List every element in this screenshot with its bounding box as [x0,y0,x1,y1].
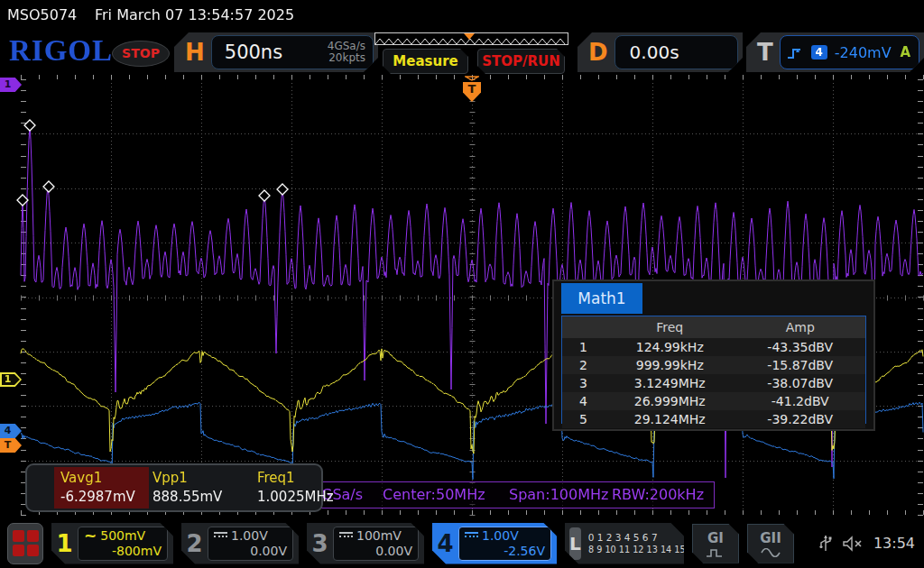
ch2-offset: 0.00V [250,544,287,559]
acquisition-info: 4GSa/s 20kpts [328,41,373,64]
peak-row: 33.1249MHz-38.07dBV [562,374,865,392]
dc-coupling-icon [339,532,353,539]
ch4-offset: -2.56V [504,544,545,559]
timebase-value: 500ns [225,41,282,63]
preview-trigger-marker-icon[interactable] [464,33,475,40]
peak-row: 426.999MHz-41.2dBV [562,392,865,410]
math1-peak-table-popup: Math1 Freq Amp 1124.99kHz-43.35dBV 2999.… [552,279,875,431]
ch3-scale: 100mV [356,528,402,544]
ch1-number: 1 [51,530,78,557]
datetime-text: Fri March 07 13:54:57 2025 [95,6,294,23]
trigger-level-value: -240mV [835,44,892,61]
col-amp: Amp [735,316,865,338]
peak-row: 529.124MHz-39.22dBV [562,410,865,428]
ch2-scale: 1.00V [231,528,268,544]
logic-channels-block[interactable]: L 0 1 2 3 4 5 6 7 8 9 10 11 12 13 14 15 [565,523,684,564]
measurement-popup: Vavg1 -6.2987mV Vpp1 888.55mV Freq1 1.00… [25,463,323,512]
measure-button[interactable]: Measure [383,49,468,74]
trigger-settings-group[interactable]: T 4 -240mV A [746,32,924,72]
delay-label: D [588,39,608,66]
fft-rbw: RBW:200kHz [612,486,704,503]
trigger-box[interactable]: 4 -240mV A [780,35,919,69]
logic-label: L [569,527,581,560]
trigger-source-badge: 4 [811,45,827,60]
channel-4-block[interactable]: 4 1.00V -2.56V [432,523,557,564]
waveform-preview-strip[interactable] [374,32,568,45]
col-freq: Freq [605,316,735,338]
menu-button[interactable] [7,523,43,564]
logic-row-1: 0 1 2 3 4 5 6 7 [588,532,694,544]
timebase-box[interactable]: 500ns 4GSa/s 20kpts [211,35,374,69]
peak-row: 1124.99kHz-43.35dBV [562,338,865,356]
math1-tab[interactable]: Math1 [561,283,642,314]
run-state-badge[interactable]: STOP [112,41,170,67]
model-name: MSO5074 [7,6,77,23]
sine-wave-icon [761,548,781,557]
channel-2-block[interactable]: 2 1.00V 0.00V [181,523,299,564]
channel-1-block[interactable]: 1 ~ 500mV -800mV [51,523,173,564]
delay-value: 0.00s [630,41,679,63]
measurement-vpp1[interactable]: Vpp1 888.55mV [146,467,239,508]
delay-box[interactable]: 0.00s [614,35,738,69]
measurement-vavg1[interactable]: Vavg1 -6.2987mV [54,467,149,508]
speaker-muted-icon [842,536,864,552]
usb-icon [819,535,832,553]
measurement-freq1[interactable]: Freq1 1.0025MHz [251,467,329,508]
oscilloscope-screen: MSO5074 Fri March 07 13:54:57 2025 RIGOL… [0,0,924,568]
ac-coupling-icon: ~ [84,531,97,540]
bottom-status-bar: 1 ~ 500mV -800mV 2 1.00V 0.00V 3 [0,518,924,568]
top-info-bar: MSO5074 Fri March 07 13:54:57 2025 [0,0,924,27]
peak-table: Freq Amp 1124.99kHz-43.35dBV 2999.99kHz-… [561,316,866,424]
peak-row: 2999.99kHz-15.87dBV [562,356,865,374]
fft-span: Span:100MHz [509,486,608,503]
ch2-number: 2 [181,530,208,557]
ch4-number: 4 [432,530,458,557]
rigol-logo: RIGOL [9,36,113,66]
trigger-mode: A [900,44,910,60]
trigger-position-outline-icon [465,76,479,81]
memory-depth: 20kpts [328,52,365,64]
ch1-scale: 500mV [100,528,145,544]
dc-coupling-icon [465,532,478,539]
generator-2-button[interactable]: GII [747,524,794,563]
square-wave-icon [706,548,725,557]
channel-3-block[interactable]: 3 100mV 0.00V [307,523,424,564]
horizontal-label: H [185,39,205,66]
ch4-scale: 1.00V [482,528,519,544]
peak-table-header: Freq Amp [562,316,865,338]
fft-status-bar: GSa/s Center:50MHz Span:100MHz RBW:200kH… [305,481,715,508]
trigger-label: T [757,39,773,66]
ch3-offset: 0.00V [375,544,412,559]
ch3-number: 3 [307,530,333,557]
dc-coupling-icon [214,532,227,539]
logic-row-2: 8 9 10 11 12 13 14 15 [588,544,686,555]
generator-1-button[interactable]: GI [692,524,739,563]
fft-center-freq: Center:50MHz [383,486,485,503]
stop-run-button[interactable]: STOP/RUN [477,49,565,74]
ch1-offset: -800mV [112,544,162,559]
delay-settings-group[interactable]: D 0.00s [578,32,743,72]
rising-edge-trigger-icon [786,45,804,60]
clock: 13:54 [873,535,915,552]
horizontal-settings-group[interactable]: H 500ns 4GSa/s 20kpts [174,32,378,72]
